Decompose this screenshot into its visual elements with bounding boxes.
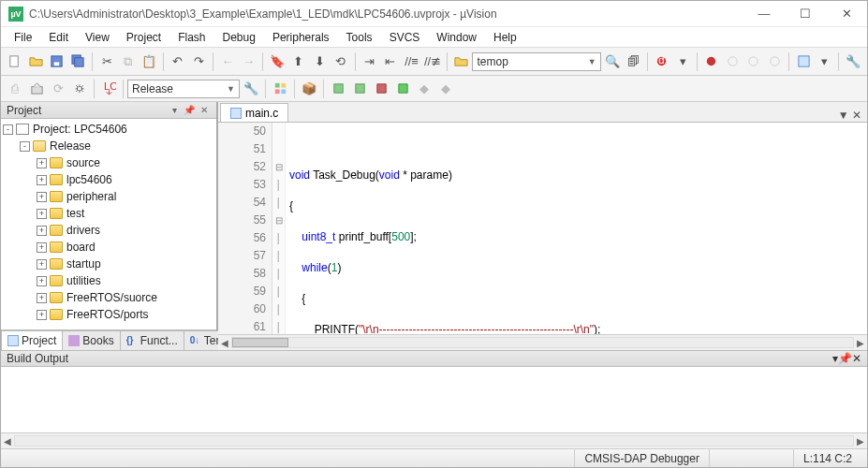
debug-button[interactable]: d: [652, 51, 672, 72]
uncomment-button[interactable]: //≢: [422, 51, 443, 72]
cut-button[interactable]: ✂: [96, 51, 117, 72]
expand-icon[interactable]: -: [3, 124, 13, 135]
manage-rte-button[interactable]: [270, 79, 290, 99]
expand-icon[interactable]: +: [37, 192, 47, 202]
tool6-button[interactable]: ◆: [435, 79, 456, 99]
tree-folder[interactable]: +lpc54606: [1, 171, 216, 188]
close-button[interactable]: ✕: [833, 7, 860, 21]
search-combo[interactable]: temop▼: [472, 52, 600, 71]
tree-root[interactable]: - Project: LPC54606: [1, 121, 216, 138]
build-output-header[interactable]: Build Output ▾ 📌 ✕: [1, 350, 867, 367]
expand-icon[interactable]: +: [37, 175, 47, 185]
expand-icon[interactable]: +: [37, 209, 47, 219]
expand-icon[interactable]: -: [20, 141, 30, 152]
pane-pin-button[interactable]: 📌: [838, 352, 852, 365]
open-file-button[interactable]: [26, 51, 47, 72]
batch-build-button[interactable]: ⛭: [69, 79, 90, 99]
redo-button[interactable]: ↷: [189, 51, 210, 72]
tree-folder[interactable]: +drivers: [1, 222, 216, 239]
find-folder-button[interactable]: [451, 51, 472, 72]
menu-flash[interactable]: Flash: [170, 29, 213, 46]
window-layout-button[interactable]: [793, 51, 814, 72]
tree-folder[interactable]: +startup: [1, 256, 216, 272]
build-button[interactable]: [26, 79, 47, 99]
tree-folder[interactable]: +FreeRTOS/suorce: [1, 289, 216, 306]
expand-icon[interactable]: +: [37, 276, 47, 286]
copy-button[interactable]: ⧉: [118, 51, 139, 72]
tool4-button[interactable]: [392, 79, 413, 99]
nav-back-button[interactable]: ←: [217, 51, 238, 72]
expand-icon[interactable]: +: [37, 226, 47, 236]
expand-icon[interactable]: +: [37, 310, 47, 320]
editor-hscrollbar[interactable]: ◀ ▶: [218, 334, 867, 350]
tool1-button[interactable]: [328, 79, 348, 99]
comment-button[interactable]: //≡: [402, 51, 422, 72]
paste-button[interactable]: 📋: [139, 51, 159, 72]
bookmark-toggle-button[interactable]: 🔖: [267, 51, 287, 72]
scroll-track[interactable]: [14, 435, 854, 446]
project-pane-header[interactable]: Project ▾ 📌 ✕: [1, 102, 216, 119]
menu-window[interactable]: Window: [429, 29, 484, 46]
breakpoint-toggle-button[interactable]: [701, 51, 722, 72]
save-all-button[interactable]: [68, 51, 89, 72]
tree-folder[interactable]: +utilities: [1, 272, 216, 289]
tab-project[interactable]: Project: [1, 330, 63, 350]
bookmark-prev-button[interactable]: ⬆: [288, 51, 309, 72]
build-output-body[interactable]: [1, 367, 867, 432]
select-packs-button[interactable]: 📦: [299, 79, 319, 99]
menu-project[interactable]: Project: [119, 29, 169, 46]
find-in-files-button[interactable]: 🗐: [623, 51, 643, 72]
menu-svcs[interactable]: SVCS: [382, 29, 428, 46]
tool2-button[interactable]: [349, 79, 370, 99]
code-editor[interactable]: 505152535455565758596061626364 ⊟││⊟│││││…: [218, 123, 867, 334]
tree-folder[interactable]: +FreeRTOS/ports: [1, 306, 216, 323]
target-options-button[interactable]: 🔧: [241, 79, 261, 99]
tool5-button[interactable]: ◆: [414, 79, 434, 99]
find-button[interactable]: 🔍: [602, 51, 623, 72]
scroll-track[interactable]: [231, 337, 854, 348]
outdent-button[interactable]: ⇤: [380, 51, 401, 72]
expand-icon[interactable]: +: [37, 158, 47, 168]
breakpoint-kill-button[interactable]: [743, 51, 764, 72]
expand-icon[interactable]: +: [37, 293, 47, 303]
expand-icon[interactable]: +: [37, 242, 47, 253]
code-area[interactable]: void Task_Debug(void * parame) { uint8_t…: [286, 123, 867, 334]
bookmark-clear-button[interactable]: ⟲: [331, 51, 351, 72]
tool3-button[interactable]: [371, 79, 391, 99]
pane-pin-button[interactable]: 📌: [183, 104, 196, 117]
tree-folder[interactable]: +peripheral: [1, 188, 216, 205]
project-tree[interactable]: - Project: LPC54606 - Release +source +l…: [1, 119, 216, 329]
nav-fwd-button[interactable]: →: [239, 51, 259, 72]
breakpoint-killall-button[interactable]: [765, 51, 786, 72]
target-combo[interactable]: Release▼: [127, 80, 240, 98]
menu-tools[interactable]: Tools: [339, 29, 380, 46]
tree-target[interactable]: - Release: [1, 138, 216, 154]
menu-view[interactable]: View: [78, 29, 117, 46]
tree-folder[interactable]: +board: [1, 239, 216, 256]
configure-button[interactable]: 🔧: [843, 51, 863, 72]
pane-close-button[interactable]: ✕: [198, 104, 211, 117]
menu-file[interactable]: File: [7, 29, 39, 46]
scroll-thumb[interactable]: [232, 338, 288, 347]
tab-functions[interactable]: {}Funct...: [120, 330, 184, 350]
translate-button[interactable]: ⎙: [5, 79, 25, 99]
window-layout-dropdown[interactable]: ▾: [815, 51, 835, 72]
pane-menu-button[interactable]: ▾: [168, 104, 181, 117]
menu-edit[interactable]: Edit: [41, 29, 76, 46]
scroll-right-icon[interactable]: ▶: [854, 338, 867, 348]
editor-tab-main[interactable]: main.c: [220, 103, 288, 122]
undo-button[interactable]: ↶: [168, 51, 188, 72]
scroll-left-icon[interactable]: ◀: [218, 338, 231, 348]
menu-peripherals[interactable]: Peripherals: [265, 29, 337, 46]
menu-help[interactable]: Help: [486, 29, 524, 46]
pane-close-button[interactable]: ✕: [852, 352, 861, 365]
tab-books[interactable]: Books: [62, 330, 120, 350]
download-button[interactable]: LOAD: [98, 79, 119, 99]
new-file-button[interactable]: [5, 51, 25, 72]
editor-tab-menu[interactable]: ▼ ✕: [838, 109, 867, 122]
indent-button[interactable]: ⇥: [360, 51, 380, 72]
scroll-left-icon[interactable]: ◀: [1, 436, 14, 446]
menu-debug[interactable]: Debug: [215, 29, 263, 46]
tree-folder[interactable]: +test: [1, 205, 216, 222]
maximize-button[interactable]: ☐: [792, 7, 818, 21]
